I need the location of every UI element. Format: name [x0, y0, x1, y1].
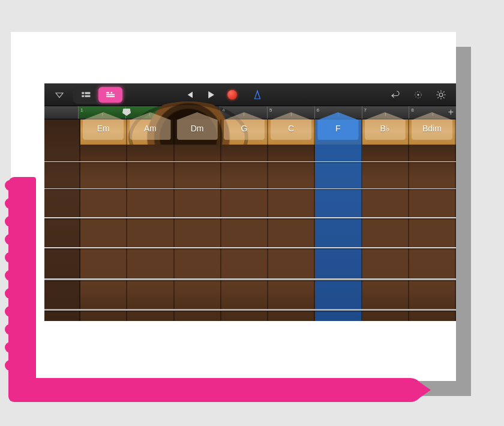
svg-rect-4 [106, 92, 109, 93]
svg-rect-5 [106, 94, 115, 95]
svg-rect-3 [85, 95, 90, 97]
svg-point-9 [418, 94, 419, 95]
add-section-button[interactable]: + [448, 107, 454, 117]
bar-number: 6 [317, 107, 319, 113]
screenshot-card: 1 2 3 4 5 6 7 8 + Em [11, 32, 456, 381]
svg-line-15 [437, 91, 439, 92]
tracks-view-button[interactable] [74, 87, 98, 103]
guitar-string-6[interactable] [44, 309, 456, 311]
chord-columns: Em Am Dm G C F B♭ [44, 119, 456, 321]
bar-number: 8 [411, 107, 413, 113]
svg-rect-6 [106, 95, 115, 97]
fretboard-margin [44, 119, 80, 321]
settings-button[interactable] [431, 86, 451, 103]
playhead[interactable] [122, 109, 131, 116]
instrument-view-button[interactable] [98, 87, 122, 103]
guitar-string-1[interactable] [44, 161, 456, 162]
svg-rect-0 [82, 92, 84, 94]
play-button[interactable] [200, 86, 221, 103]
chord-strip-g[interactable]: G [221, 119, 268, 321]
guitar-string-4[interactable] [44, 247, 456, 248]
transport-controls [179, 86, 268, 103]
chord-strip-board: Em Am Dm G C F B♭ [44, 119, 456, 321]
svg-line-16 [443, 97, 445, 98]
bar-number: 7 [364, 107, 367, 113]
chord-strip-bdim[interactable]: Bdim [409, 119, 456, 321]
svg-rect-1 [85, 92, 90, 94]
metronome-button[interactable] [247, 86, 268, 103]
svg-rect-2 [82, 95, 84, 97]
toolbar [44, 83, 456, 106]
guitar-string-5[interactable] [44, 278, 456, 280]
pink-accent-bottom [8, 378, 422, 402]
chord-strip-em[interactable]: Em [80, 119, 127, 321]
go-to-beginning-button[interactable] [179, 86, 199, 103]
chord-strip-am[interactable]: Am [127, 119, 174, 321]
svg-point-7 [111, 92, 113, 94]
svg-line-17 [437, 97, 439, 98]
guitar-string-3[interactable] [44, 217, 456, 218]
garageband-app: 1 2 3 4 5 6 7 8 + Em [44, 83, 456, 321]
bar-number: 1 [80, 107, 83, 113]
svg-line-18 [443, 91, 445, 92]
guitar-string-2[interactable] [44, 188, 456, 189]
chord-strip-f[interactable]: F [315, 119, 362, 321]
my-songs-button[interactable] [49, 86, 70, 103]
bar-number: 5 [269, 107, 272, 113]
record-button[interactable] [222, 86, 242, 103]
playhead-icon [122, 109, 131, 116]
chord-strip-c[interactable]: C [268, 119, 315, 321]
chord-strip-dm[interactable]: Dm [175, 119, 221, 321]
chord-strip-bflat[interactable]: B♭ [362, 119, 409, 321]
undo-button[interactable] [385, 86, 406, 103]
pink-accent-left [8, 177, 36, 393]
svg-point-10 [439, 93, 443, 97]
view-switcher [73, 86, 124, 104]
loop-browser-button[interactable] [408, 86, 428, 103]
record-icon [227, 90, 237, 100]
